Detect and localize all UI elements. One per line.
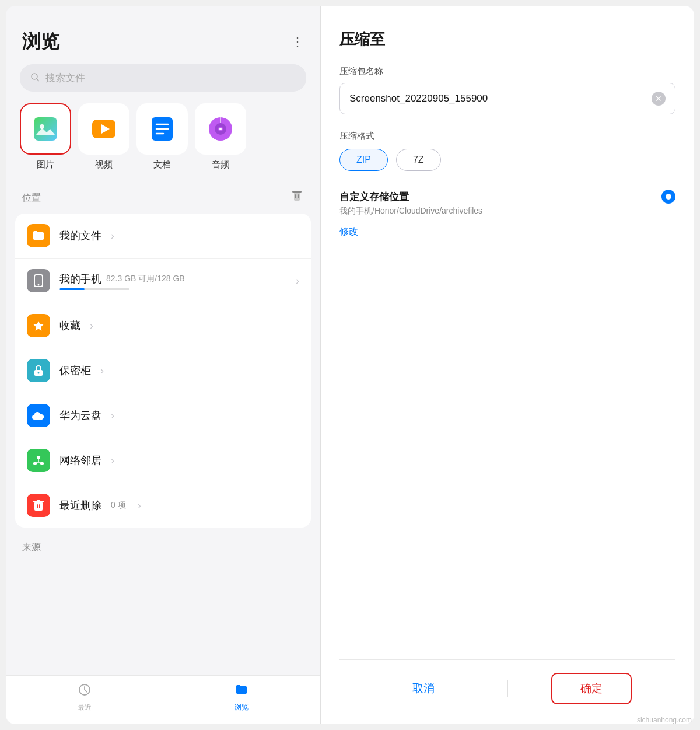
svg-marker-22	[34, 321, 44, 331]
category-label-video: 视频	[95, 159, 113, 170]
storage-radio[interactable]	[662, 190, 676, 204]
location-list: 我的文件 › 我的手机 82.3 GB 可用/128 GB	[15, 214, 311, 528]
myfiles-icon	[27, 224, 50, 247]
browse-icon	[235, 683, 249, 700]
source-title: 来源	[22, 542, 41, 552]
left-panel: 浏览 ⋮ 搜索文件	[6, 6, 321, 724]
nav-label-recent: 最近	[78, 703, 92, 712]
myfiles-label: 我的文件	[60, 229, 102, 243]
modify-link[interactable]: 修改	[340, 226, 676, 238]
location-section-title: 位置	[22, 192, 41, 204]
storage-bar	[60, 288, 130, 290]
myphone-chevron: ›	[296, 275, 299, 287]
search-placeholder: 搜索文件	[46, 71, 85, 85]
format-7z-button[interactable]: 7Z	[396, 149, 441, 171]
cloud-label: 华为云盘	[60, 408, 102, 422]
svg-rect-19	[298, 194, 299, 198]
category-label-doc: 文档	[153, 159, 171, 170]
storage-path: 我的手机/Honor/CloudDrive/archivefiles	[340, 206, 676, 216]
filename-input[interactable]	[349, 93, 652, 104]
audio-icon-wrap	[195, 103, 246, 155]
right-panel: 压缩至 压缩包名称 ✕ 压缩格式 ZIP 7Z 自定义存储位置 我的手机/Hon…	[321, 6, 694, 724]
trash-badge: 0 项	[111, 500, 126, 511]
clean-icon[interactable]	[290, 189, 304, 207]
svg-rect-25	[37, 456, 40, 459]
nav-label-browse: 浏览	[235, 703, 249, 712]
network-icon	[27, 449, 50, 472]
more-options-icon[interactable]: ⋮	[291, 34, 304, 50]
filename-input-wrap[interactable]: ✕	[340, 83, 676, 114]
favorites-label: 收藏	[60, 319, 80, 333]
clear-button[interactable]: ✕	[652, 92, 666, 106]
bottom-nav: 最近 浏览	[6, 675, 320, 724]
svg-rect-3	[34, 117, 57, 141]
category-row: 图片 视频	[6, 103, 320, 184]
radio-inner	[666, 194, 671, 200]
network-chevron: ›	[111, 455, 114, 467]
myphone-icon	[27, 269, 50, 292]
safe-chevron: ›	[100, 365, 104, 377]
svg-rect-34	[39, 504, 40, 508]
page-title: 浏览	[22, 29, 60, 55]
location-item-myphone[interactable]: 我的手机 82.3 GB 可用/128 GB ›	[15, 259, 311, 303]
cancel-button[interactable]: 取消	[340, 672, 508, 705]
myphone-label: 我的手机	[60, 272, 102, 286]
svg-point-24	[38, 372, 40, 374]
location-item-network[interactable]: 网络邻居 ›	[15, 438, 311, 483]
myphone-storage: 我的手机 82.3 GB 可用/128 GB	[60, 272, 286, 290]
network-label: 网络邻居	[60, 453, 102, 467]
location-item-cloud[interactable]: 华为云盘 ›	[15, 393, 311, 438]
search-bar[interactable]: 搜索文件	[20, 64, 306, 92]
favorites-icon	[27, 314, 50, 337]
svg-rect-16	[292, 191, 302, 193]
safe-icon	[27, 359, 50, 382]
trash-icon	[27, 494, 50, 517]
svg-rect-17	[294, 193, 300, 201]
cloud-chevron: ›	[111, 410, 114, 422]
myphone-storage-info: 82.3 GB 可用/128 GB	[106, 274, 185, 284]
storage-section-title: 自定义存储位置	[340, 190, 676, 204]
watermark: sichuanhong.com	[637, 716, 692, 724]
category-label-audio: 音频	[212, 159, 229, 170]
svg-point-21	[38, 284, 40, 286]
location-item-trash[interactable]: 最近删除 0 项 ›	[15, 483, 311, 528]
svg-rect-33	[37, 504, 38, 508]
trash-label: 最近删除	[60, 498, 102, 512]
category-item-photo[interactable]: 图片	[20, 103, 71, 170]
photo-icon-wrap	[20, 103, 71, 155]
nav-item-recent[interactable]: 最近	[6, 683, 163, 712]
filename-label: 压缩包名称	[340, 66, 676, 77]
category-item-audio[interactable]: 音频	[195, 103, 246, 170]
format-zip-button[interactable]: ZIP	[340, 149, 388, 171]
source-section: 来源	[6, 528, 320, 558]
category-label-photo: 图片	[37, 159, 54, 170]
myfiles-chevron: ›	[111, 230, 114, 242]
confirm-button[interactable]: 确定	[551, 673, 632, 704]
location-item-favorites[interactable]: 收藏 ›	[15, 303, 311, 348]
svg-rect-32	[37, 500, 40, 501]
category-item-doc[interactable]: 文档	[136, 103, 188, 170]
format-row: ZIP 7Z	[340, 149, 676, 171]
search-icon	[30, 72, 40, 84]
storage-title-text: 自定义存储位置	[340, 190, 409, 204]
location-item-safe[interactable]: 保密柜 ›	[15, 348, 311, 393]
left-header: 浏览 ⋮	[6, 6, 320, 64]
category-item-video[interactable]: 视频	[78, 103, 130, 170]
nav-item-browse[interactable]: 浏览	[163, 683, 321, 712]
svg-rect-30	[34, 502, 43, 511]
video-icon-wrap	[78, 103, 130, 155]
favorites-chevron: ›	[90, 320, 93, 332]
location-section-header: 位置	[6, 184, 320, 214]
clock-icon	[78, 683, 92, 700]
safe-label: 保密柜	[60, 364, 91, 378]
compress-title: 压缩至	[340, 29, 676, 50]
svg-line-1	[37, 79, 39, 81]
bottom-actions: 取消 确定	[340, 659, 676, 705]
format-label: 压缩格式	[340, 131, 676, 142]
location-item-myfiles[interactable]: 我的文件 ›	[15, 214, 311, 259]
storage-fill	[60, 288, 85, 290]
doc-icon-wrap	[136, 103, 188, 155]
confirm-btn-wrap: 确定	[508, 673, 676, 704]
cloud-icon	[27, 404, 50, 427]
svg-rect-18	[295, 194, 296, 198]
